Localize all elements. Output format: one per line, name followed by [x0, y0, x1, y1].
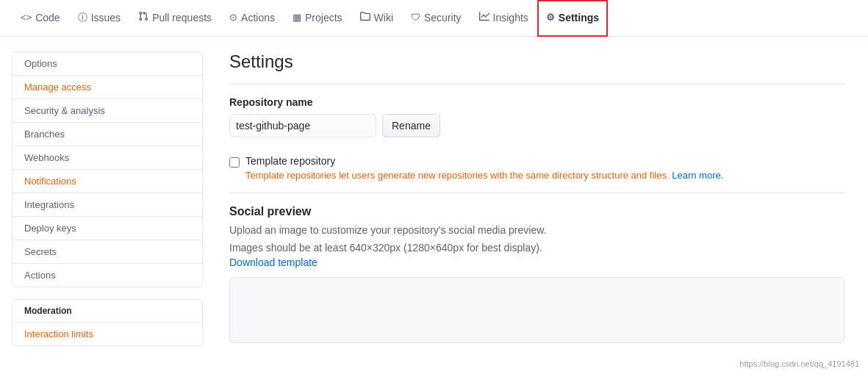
social-preview-title: Social preview [229, 205, 844, 218]
template-label: Template repository [245, 155, 723, 167]
repo-name-label: Repository name [229, 96, 844, 108]
sidebar-item-options[interactable]: Options [12, 52, 202, 76]
template-checkbox[interactable] [229, 157, 240, 168]
top-nav: <> Code ⓘ Issues Pull requests ⊙ Actions… [0, 0, 868, 37]
repo-name-input[interactable] [229, 114, 376, 137]
nav-insights-label: Insights [493, 12, 528, 24]
sidebar-item-webhooks[interactable]: Webhooks [12, 146, 202, 170]
social-size-text: Images should be at least 640×320px (128… [229, 242, 844, 254]
sidebar-moderation-header: Moderation [12, 300, 202, 323]
code-icon: <> [21, 12, 32, 23]
pull-requests-icon [138, 11, 148, 24]
sidebar-section-moderation: Moderation Interaction limits [12, 299, 203, 346]
sidebar-item-security-analysis[interactable]: Security & analysis [12, 99, 202, 123]
divider [229, 193, 844, 193]
sidebar-item-secrets[interactable]: Secrets [12, 240, 202, 264]
projects-icon: ▦ [293, 12, 301, 23]
nav-security-label: Security [424, 12, 462, 24]
wiki-icon [360, 11, 370, 24]
nav-projects[interactable]: ▦ Projects [284, 0, 351, 37]
social-preview-section: Social preview Upload an image to custom… [229, 205, 844, 343]
nav-issues[interactable]: ⓘ Issues [69, 0, 129, 37]
repo-name-row: Rename [229, 114, 844, 137]
download-template-link[interactable]: Download template [229, 256, 318, 268]
sidebar-item-branches[interactable]: Branches [12, 123, 202, 146]
social-preview-desc: Upload an image to customize your reposi… [229, 224, 844, 236]
nav-code[interactable]: <> Code [12, 0, 69, 37]
nav-wiki[interactable]: Wiki [351, 0, 402, 37]
rename-button[interactable]: Rename [382, 114, 440, 137]
security-icon: 🛡 [411, 12, 420, 23]
sidebar-item-actions[interactable]: Actions [12, 264, 202, 287]
nav-issues-label: Issues [91, 12, 121, 24]
nav-projects-label: Projects [305, 12, 342, 24]
settings-icon: ⚙ [546, 12, 555, 23]
nav-insights[interactable]: Insights [470, 0, 537, 37]
nav-security[interactable]: 🛡 Security [402, 0, 470, 37]
nav-settings[interactable]: ⚙ Settings [537, 0, 608, 37]
nav-settings-label: Settings [559, 12, 599, 24]
issues-icon: ⓘ [78, 11, 87, 24]
watermark: https://blog.csdn.net/qq_4191481 [739, 359, 859, 368]
nav-actions-label: Actions [241, 12, 275, 24]
page-title: Settings [229, 51, 844, 85]
nav-code-label: Code [35, 12, 60, 24]
nav-wiki-label: Wiki [374, 12, 393, 24]
template-desc: Template repositories let users generate… [245, 170, 723, 181]
sidebar-item-manage-access[interactable]: Manage access [12, 76, 202, 99]
layout: Options Manage access Security & analysi… [0, 37, 868, 373]
nav-actions[interactable]: ⊙ Actions [220, 0, 284, 37]
template-repo-text: Template repository Template repositorie… [245, 155, 723, 181]
nav-pull-requests[interactable]: Pull requests [129, 0, 220, 37]
actions-icon: ⊙ [229, 12, 237, 23]
sidebar-section-main: Options Manage access Security & analysi… [12, 51, 203, 287]
sidebar-item-integrations[interactable]: Integrations [12, 193, 202, 217]
main-content: Settings Repository name Rename Template… [218, 51, 856, 358]
sidebar: Options Manage access Security & analysi… [12, 51, 203, 358]
sidebar-item-interaction-limits[interactable]: Interaction limits [12, 323, 202, 345]
nav-pull-requests-label: Pull requests [152, 12, 212, 24]
template-repo-row: Template repository Template repositorie… [229, 155, 844, 181]
sidebar-item-deploy-keys[interactable]: Deploy keys [12, 217, 202, 240]
repo-name-section: Repository name Rename [229, 96, 844, 137]
insights-icon [479, 11, 489, 24]
sidebar-item-notifications[interactable]: Notifications [12, 170, 202, 193]
social-preview-box [229, 277, 844, 343]
template-learn-more-link[interactable]: Learn more. [672, 170, 723, 181]
